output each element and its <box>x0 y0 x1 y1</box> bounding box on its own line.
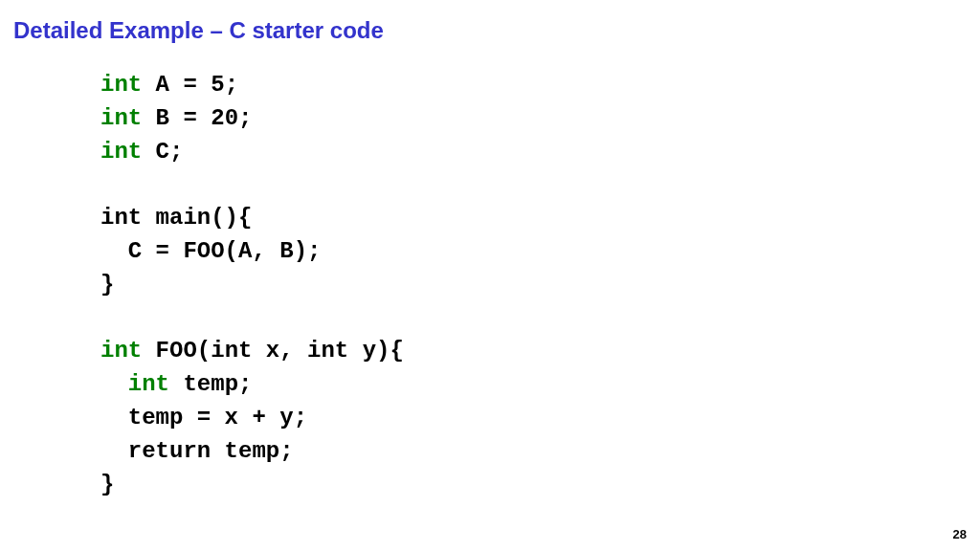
code-line-4: int main(){ <box>100 205 252 231</box>
code-line-5: C = FOO(A, B); <box>100 238 321 264</box>
code-text: A = 5; <box>142 72 238 98</box>
code-line-1: int B = 20; <box>100 105 252 131</box>
code-line-0: int A = 5; <box>100 72 238 98</box>
code-text: C; <box>142 139 183 165</box>
keyword-int: int <box>100 139 142 165</box>
page-number: 28 <box>953 527 967 541</box>
code-line-9: int temp; <box>100 371 252 397</box>
code-text: temp; <box>169 371 252 397</box>
keyword-int: int <box>100 105 142 131</box>
keyword-int: int <box>100 72 142 98</box>
code-line-12: } <box>100 472 114 497</box>
code-line-10: temp = x + y; <box>100 405 307 430</box>
code-block: int A = 5; int B = 20; int C; int main()… <box>100 69 404 501</box>
code-line-8: int FOO(int x, int y){ <box>100 338 404 364</box>
code-indent <box>100 371 128 397</box>
keyword-int: int <box>100 338 142 364</box>
slide-title: Detailed Example – C starter code <box>13 17 384 44</box>
code-line-11: return temp; <box>100 438 294 464</box>
code-line-6: } <box>100 272 114 298</box>
keyword-int: int <box>128 371 169 397</box>
code-text: B = 20; <box>142 105 252 131</box>
code-line-2: int C; <box>100 139 183 165</box>
code-text: FOO(int x, int y){ <box>142 338 404 364</box>
